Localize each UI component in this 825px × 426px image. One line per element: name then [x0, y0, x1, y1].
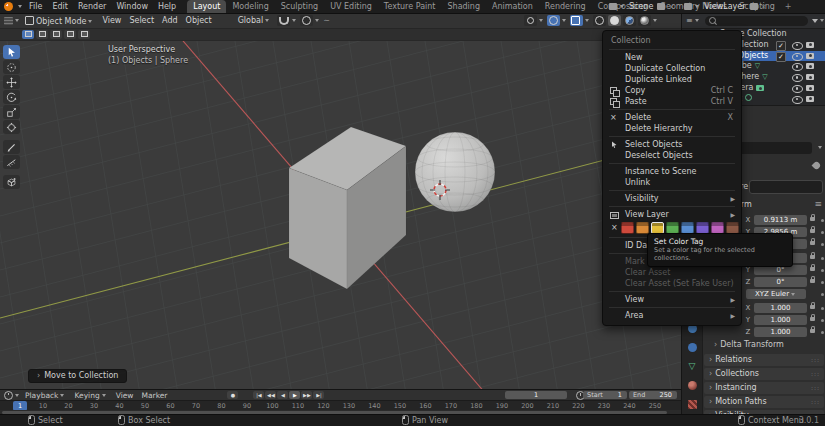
scene-browse-caret-icon[interactable]	[620, 5, 624, 8]
current-frame-field[interactable]: 1	[505, 391, 567, 399]
lock-icon[interactable]	[810, 317, 815, 321]
scale-z-field[interactable]: 1.000	[754, 327, 807, 337]
display-mode-caret-icon[interactable]	[695, 19, 699, 22]
timeline-menu-keying[interactable]: Keying	[70, 391, 111, 400]
annotate-tool[interactable]	[3, 140, 20, 154]
menu-item-duplicate-collection[interactable]: Duplicate Collection	[603, 63, 741, 74]
rotation-mode-select[interactable]: XYZ Euler	[746, 289, 806, 299]
shading-material-button[interactable]	[623, 15, 636, 26]
tab-constraints[interactable]	[685, 340, 699, 354]
rotation-z-field[interactable]: 0°	[754, 277, 807, 287]
add-cube-tool[interactable]	[3, 175, 20, 189]
tab-shading[interactable]: Shading	[441, 0, 486, 13]
disable-in-renders-toggle[interactable]	[806, 85, 814, 91]
menu-item-unlink[interactable]: Unlink	[603, 177, 741, 188]
disable-in-renders-toggle[interactable]	[806, 96, 814, 102]
new-scene-icon[interactable]	[657, 3, 665, 10]
section-motion-paths[interactable]: ›Motion Paths:::	[704, 396, 824, 408]
outliner-search-input[interactable]	[705, 16, 808, 26]
pin-icon[interactable]	[812, 161, 822, 171]
tab-animation[interactable]: Animation	[486, 0, 539, 13]
tab-object-data[interactable]: ▽	[685, 359, 699, 373]
menu-render[interactable]: Render	[73, 0, 111, 13]
rotate-tool[interactable]	[3, 90, 20, 104]
cursor-tool[interactable]	[3, 60, 20, 74]
view-layer-caret-icon[interactable]	[695, 5, 699, 8]
frame-start-field[interactable]: Start1	[583, 391, 627, 399]
snap-toggle[interactable]	[277, 15, 290, 26]
cube-object[interactable]	[289, 127, 406, 289]
xray-toggle[interactable]	[570, 15, 583, 26]
play-reverse-button[interactable]: ◀	[277, 391, 288, 399]
animate-dot-icon[interactable]	[821, 243, 824, 246]
tab-texture-paint[interactable]: Texture Paint	[378, 0, 442, 13]
select-mode-0[interactable]	[22, 30, 34, 39]
view-layer-name[interactable]: ViewLayer	[704, 2, 745, 11]
shading-rendered-button[interactable]	[638, 15, 651, 26]
color-tag-3[interactable]	[651, 222, 664, 234]
animate-dot-icon[interactable]	[821, 281, 824, 284]
menu-item-instance-to-scene[interactable]: Instance to Scene	[603, 166, 741, 177]
shading-solid-button[interactable]	[608, 15, 621, 26]
filter-icon[interactable]	[812, 19, 818, 23]
animate-dot-icon[interactable]	[821, 307, 824, 310]
menu-item-visibility[interactable]: Visibility▶	[603, 193, 741, 204]
overlays-toggle[interactable]	[547, 15, 560, 26]
editor-type-icon[interactable]	[4, 17, 13, 25]
overlays-caret-icon[interactable]	[562, 19, 566, 22]
animate-dot-icon[interactable]	[821, 231, 824, 234]
lock-icon[interactable]	[810, 229, 815, 233]
jump-to-start-button[interactable]: |◀	[253, 391, 264, 399]
object-name-field[interactable]	[749, 180, 823, 194]
drag-grip-icon[interactable]: :::	[811, 354, 820, 366]
scale-x-field[interactable]: 1.000	[754, 303, 807, 313]
filter-caret-icon[interactable]	[820, 19, 824, 22]
play-button[interactable]: ▶	[289, 391, 300, 399]
viewport-menu-object[interactable]: Object	[182, 16, 216, 25]
new-view-layer-icon[interactable]	[750, 3, 758, 10]
lock-icon[interactable]	[810, 329, 815, 333]
tab-sculpting[interactable]: Sculpting	[275, 0, 324, 13]
viewport-3d[interactable]: Object Mode ViewSelectAddObject Global ∼	[0, 13, 681, 389]
tab-modeling[interactable]: Modeling	[226, 0, 274, 13]
disable-in-renders-toggle[interactable]	[806, 42, 814, 48]
panel-menu-icon[interactable]: ≡	[814, 198, 822, 211]
menu-item-duplicate-linked[interactable]: Duplicate Linked	[603, 74, 741, 85]
frame-end-field[interactable]: End250	[629, 391, 677, 399]
lock-icon[interactable]	[810, 255, 815, 259]
lock-icon[interactable]	[810, 241, 815, 245]
tab-material[interactable]	[685, 378, 699, 392]
auto-keying-button[interactable]: ●	[227, 391, 238, 399]
hide-in-viewport-toggle[interactable]	[792, 53, 803, 61]
editor-type-caret-icon[interactable]	[15, 19, 19, 22]
shading-wireframe-button[interactable]	[593, 15, 606, 26]
sphere-object[interactable]	[415, 132, 495, 212]
timeline-menu-playback[interactable]: Playback	[21, 391, 70, 400]
menu-window[interactable]: Window	[111, 0, 153, 13]
scene-name[interactable]: Scene	[629, 2, 653, 11]
collection-checkbox[interactable]: ✓	[776, 41, 786, 51]
app-menu-caret-icon[interactable]	[18, 5, 22, 8]
lock-icon[interactable]	[810, 279, 815, 283]
tab-rendering[interactable]: Rendering	[539, 0, 592, 13]
viewport-menu-view[interactable]: View	[98, 16, 125, 25]
animate-dot-icon[interactable]	[821, 257, 824, 260]
menu-item-area[interactable]: Area▶	[603, 310, 741, 321]
move-tool[interactable]	[3, 75, 20, 89]
transform-tool[interactable]	[3, 120, 20, 134]
viewport-menu-select[interactable]: Select	[125, 16, 158, 25]
gizmo-caret-icon[interactable]	[539, 19, 543, 22]
disable-in-renders-toggle[interactable]	[806, 63, 814, 69]
menu-help[interactable]: Help	[153, 0, 181, 13]
select-mode-2[interactable]	[50, 30, 62, 39]
hide-in-viewport-toggle[interactable]	[792, 85, 803, 93]
snap-caret-icon[interactable]	[292, 19, 296, 22]
gizmo-toggle[interactable]	[524, 15, 537, 26]
display-mode-icon[interactable]: ≡	[686, 16, 693, 25]
viewport-menu-add[interactable]: Add	[158, 16, 182, 25]
mode-selector[interactable]: Object Mode	[21, 16, 98, 26]
menu-item-copy[interactable]: CopyCtrl C	[603, 85, 741, 96]
proportional-caret-icon[interactable]	[315, 19, 319, 22]
search-options-caret-icon[interactable]	[818, 146, 822, 149]
add-workspace-button[interactable]: +	[781, 0, 796, 13]
